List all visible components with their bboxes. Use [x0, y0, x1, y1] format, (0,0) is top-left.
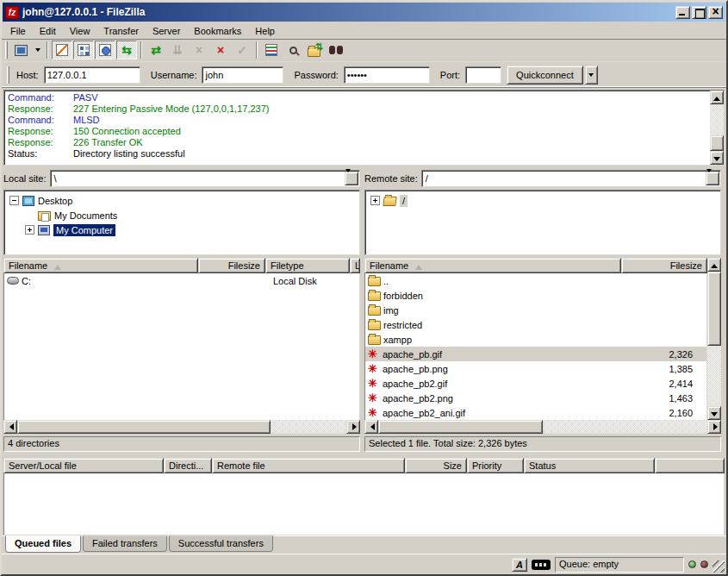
menu-bookmarks[interactable]: Bookmarks	[187, 24, 248, 38]
menu-help[interactable]: Help	[248, 24, 282, 38]
list-item-file[interactable]: ✳apache_pb2_ani.gif2,160	[365, 405, 706, 420]
tree-item-my-documents[interactable]: My Documents	[6, 208, 358, 222]
transfer-type-ascii-icon[interactable]: A	[512, 558, 527, 572]
column-header-status[interactable]: Status	[524, 458, 655, 473]
scroll-track[interactable]	[710, 104, 724, 151]
remote-horizontal-scrollbar[interactable]	[364, 420, 721, 434]
column-header-filesize[interactable]: Filesize	[198, 258, 265, 273]
minimize-button[interactable]	[675, 6, 690, 19]
scroll-left-button[interactable]	[3, 420, 17, 434]
list-item-folder[interactable]: xampp	[365, 332, 706, 347]
list-item-parent-dir[interactable]: ..	[365, 273, 706, 288]
find-files-button[interactable]	[283, 41, 303, 59]
list-item-c-drive[interactable]: C: Local Disk	[4, 273, 359, 288]
list-item-folder[interactable]: forbidden	[365, 288, 706, 303]
scroll-track[interactable]	[707, 272, 721, 406]
abort-button[interactable]: ✓	[232, 41, 252, 59]
tab-queued-files[interactable]: Queued files	[5, 535, 81, 553]
synchronized-browsing-button[interactable]: ⇅	[304, 41, 325, 59]
image-file-icon: ✳	[368, 408, 380, 417]
local-site-combobox[interactable]: \	[50, 170, 360, 187]
tab-failed-transfers[interactable]: Failed transfers	[83, 535, 167, 552]
menu-file[interactable]: File	[3, 24, 33, 38]
combo-dropdown-button[interactable]	[706, 172, 719, 185]
close-button[interactable]	[708, 6, 723, 19]
cancel-operation-button[interactable]: ×	[189, 41, 209, 59]
search-button[interactable]	[326, 41, 346, 59]
scroll-up-button[interactable]	[710, 91, 724, 104]
scroll-track[interactable]	[17, 420, 346, 434]
scroll-right-button[interactable]	[346, 420, 360, 434]
resize-grip[interactable]	[712, 560, 725, 573]
maximize-button[interactable]	[692, 6, 706, 19]
tree-item-root[interactable]: /	[367, 193, 719, 208]
menu-transfer[interactable]: Transfer	[96, 24, 146, 38]
remote-site-combobox[interactable]: /	[421, 170, 721, 187]
scroll-up-button[interactable]	[707, 258, 721, 272]
speed-limit-badge-icon[interactable]	[532, 560, 551, 570]
log-label: Command:	[8, 115, 73, 126]
list-item-file-selected[interactable]: ✳apache_pb.gif2,326	[365, 347, 706, 361]
disconnect-button[interactable]: ×	[210, 41, 231, 59]
tree-item-my-computer[interactable]: My Computer	[6, 222, 358, 237]
scroll-right-button[interactable]	[707, 420, 721, 434]
transfer-queue: Server/Local file Directi... Remote file…	[3, 458, 725, 535]
quickconnect-button[interactable]: Quickconnect	[507, 66, 583, 85]
column-header-filetype[interactable]: Filetype	[265, 258, 350, 273]
column-header-filesize[interactable]: Filesize	[621, 258, 707, 273]
local-horizontal-scrollbar[interactable]	[3, 420, 360, 434]
column-header-size[interactable]: Size	[405, 458, 467, 473]
menu-edit[interactable]: Edit	[33, 24, 63, 38]
open-folder-icon	[383, 197, 397, 206]
process-queue-icon: ⇊	[172, 44, 183, 56]
menu-view[interactable]: View	[63, 24, 97, 38]
expand-icon[interactable]	[25, 225, 34, 235]
scroll-thumb[interactable]	[710, 135, 724, 151]
toggle-local-tree-button[interactable]	[73, 41, 94, 59]
toggle-transfer-queue-button[interactable]: ⇆	[116, 41, 137, 59]
expand-icon[interactable]	[370, 196, 380, 205]
site-manager-button[interactable]	[10, 41, 31, 59]
column-header-priority[interactable]: Priority	[467, 458, 524, 473]
site-manager-dropdown[interactable]	[32, 41, 43, 59]
column-header-lastmodified[interactable]: L	[350, 258, 360, 273]
scroll-thumb[interactable]	[707, 272, 721, 346]
username-input[interactable]	[202, 66, 283, 84]
column-header-filename[interactable]: Filename	[364, 258, 621, 273]
scroll-down-button[interactable]	[707, 406, 721, 420]
menu-server[interactable]: Server	[146, 24, 187, 38]
column-header-remote-file[interactable]: Remote file	[212, 458, 405, 473]
scroll-thumb[interactable]	[378, 420, 543, 434]
quickconnect-dropdown[interactable]	[585, 66, 598, 85]
scroll-thumb[interactable]	[17, 420, 271, 434]
tree-item-desktop[interactable]: Desktop	[6, 193, 358, 208]
process-queue-button[interactable]: ⇊	[167, 41, 188, 59]
remote-vertical-scrollbar[interactable]	[707, 258, 721, 420]
collapse-icon[interactable]	[9, 196, 19, 205]
refresh-button[interactable]: ⇄	[146, 41, 166, 59]
list-item-file[interactable]: ✳apache_pb2.gif2,414	[365, 376, 706, 391]
message-log-icon	[56, 44, 68, 56]
column-header-filename[interactable]: Filename	[3, 258, 198, 273]
filezilla-window: fz john@127.0.0.1 - FileZilla File Edit …	[0, 0, 728, 576]
list-item-folder[interactable]: img	[365, 303, 706, 317]
tab-successful-transfers[interactable]: Successful transfers	[169, 535, 273, 552]
list-item-folder[interactable]: restricted	[365, 317, 706, 332]
port-input[interactable]	[465, 66, 501, 84]
remote-directory-tree: /	[364, 190, 721, 255]
directory-comparison-button[interactable]	[261, 41, 282, 59]
log-scrollbar[interactable]	[710, 91, 724, 165]
scroll-track[interactable]	[378, 420, 707, 434]
column-header-direction[interactable]: Directi...	[164, 458, 212, 473]
scroll-down-button[interactable]	[710, 151, 724, 165]
combo-dropdown-button[interactable]	[345, 172, 358, 185]
toggle-remote-tree-button[interactable]	[95, 41, 115, 59]
column-header-server-local-file[interactable]: Server/Local file	[3, 458, 164, 473]
chevron-down-icon	[35, 48, 40, 54]
password-input[interactable]	[344, 66, 430, 84]
scroll-left-button[interactable]	[364, 420, 378, 434]
toggle-message-log-button[interactable]	[52, 41, 72, 59]
host-input[interactable]	[44, 66, 140, 84]
list-item-file[interactable]: ✳apache_pb2.png1,463	[365, 391, 706, 405]
list-item-file[interactable]: ✳apache_pb.png1,385	[365, 361, 706, 376]
